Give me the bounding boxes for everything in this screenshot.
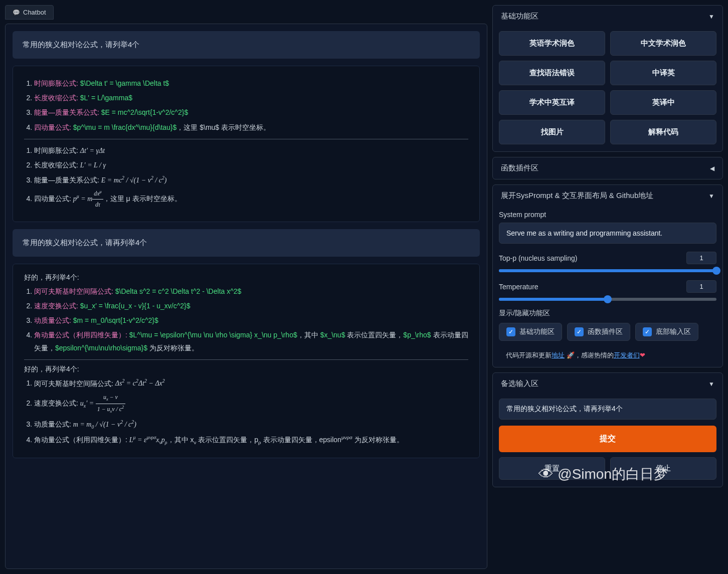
rocket-icon: 🚀 [567, 351, 575, 359]
chat-icon: 💬 [13, 9, 20, 16]
fn-find-image-button[interactable]: 找图片 [499, 120, 605, 144]
temperature-label: Temperature [499, 283, 680, 291]
fn-en2zh-button[interactable]: 英译中 [610, 90, 716, 115]
system-prompt-label: System prompt [499, 211, 716, 219]
message-user: 常用的狭义相对论公式，请列举4个 [13, 31, 480, 59]
checkbox-plugin-area[interactable]: ✓ 函数插件区 [567, 323, 630, 341]
heart-icon: ❤ [640, 351, 645, 359]
formula-list-rendered: 闵可夫斯基时空间隔公式: Δs2 = c2Δt2 − Δx2 速度变换公式: u… [34, 377, 468, 447]
side-panel: 基础功能区 ▼ 英语学术润色 中文学术润色 查找语法错误 中译英 学术中英互译 … [492, 5, 723, 569]
alt-input-field[interactable] [499, 399, 716, 420]
checkbox-label: 函数插件区 [588, 327, 623, 336]
tab-label: Chatbot [23, 9, 46, 16]
toggle-area-label: 显示/隐藏功能区 [499, 309, 716, 318]
stop-button[interactable]: 停止 [610, 457, 716, 480]
chat-panel: 💬 Chatbot 常用的狭义相对论公式，请列举4个 时间膨胀公式: $\Del… [5, 5, 487, 569]
submit-button[interactable]: 提交 [499, 426, 716, 452]
formula-list-raw: 闵可夫斯基时空间隔公式: $\Delta s^2 = c^2 \Delta t^… [34, 285, 468, 354]
divider [24, 139, 468, 139]
fn-bitranslate-button[interactable]: 学术中英互译 [499, 90, 605, 115]
chevron-down-icon: ▼ [708, 193, 714, 200]
section-basic-header[interactable]: 基础功能区 ▼ [493, 6, 722, 27]
chevron-left-icon: ◀ [710, 165, 714, 172]
checkbox-label: 基础功能区 [519, 327, 555, 336]
basic-button-grid: 英语学术润色 中文学术润色 查找语法错误 中译英 学术中英互译 英译中 找图片 … [499, 31, 716, 144]
section-alt-input: 备选输入区 ▼ 提交 重置 停止 [492, 372, 723, 487]
section-title: 展开SysPrompt & 交互界面布局 & Github地址 [501, 191, 653, 201]
message-bot: 时间膨胀公式: $\Delta t' = \gamma \Delta t$ 长度… [13, 66, 480, 222]
formula-list-raw: 时间膨胀公式: $\Delta t' = \gamma \Delta t$ 长度… [34, 77, 468, 134]
checkbox-label: 底部输入区 [656, 327, 691, 336]
checkbox-bottom-input[interactable]: ✓ 底部输入区 [635, 323, 698, 341]
chevron-down-icon: ▼ [708, 380, 714, 388]
section-sysprompt-header[interactable]: 展开SysPrompt & 交互界面布局 & Github地址 ▼ [493, 185, 722, 207]
devs-link[interactable]: 开发者们 [614, 351, 640, 359]
section-title: 基础功能区 [501, 12, 538, 21]
bot-lead: 好的，再列举4个: [24, 273, 468, 282]
message-bot: 好的，再列举4个: 闵可夫斯基时空间隔公式: $\Delta s^2 = c^2… [13, 264, 480, 459]
check-icon: ✓ [506, 327, 515, 336]
chat-area: 常用的狭义相对论公式，请列举4个 时间膨胀公式: $\Delta t' = \g… [5, 24, 487, 569]
section-title: 函数插件区 [501, 163, 538, 173]
fn-explain-code-button[interactable]: 解释代码 [610, 120, 716, 144]
section-plugin-header[interactable]: 函数插件区 ◀ [493, 157, 722, 179]
check-icon: ✓ [575, 327, 584, 336]
check-icon: ✓ [643, 327, 652, 336]
divider [24, 359, 468, 360]
checkbox-basic-area[interactable]: ✓ 基础功能区 [499, 323, 562, 341]
message-user: 常用的狭义相对论公式，请再列举4个 [13, 229, 480, 257]
reset-button[interactable]: 重置 [499, 457, 605, 480]
temperature-slider[interactable] [499, 298, 716, 301]
chevron-down-icon: ▼ [708, 13, 714, 20]
topp-value[interactable]: 1 [686, 252, 716, 264]
section-plugin: 函数插件区 ◀ [492, 157, 723, 179]
fn-zh-polish-button[interactable]: 中文学术润色 [610, 31, 716, 56]
tab-row: 💬 Chatbot [5, 5, 487, 20]
section-title: 备选输入区 [501, 379, 538, 389]
fn-zh2en-button[interactable]: 中译英 [610, 61, 716, 85]
fn-en-polish-button[interactable]: 英语学术润色 [499, 31, 605, 56]
repo-link[interactable]: 地址 [552, 351, 565, 359]
footer-text: 代码开源和更新地址 🚀，感谢热情的开发者们❤ [499, 349, 716, 360]
tab-chatbot[interactable]: 💬 Chatbot [5, 5, 54, 20]
section-sysprompt: 展开SysPrompt & 交互界面布局 & Github地址 ▼ System… [492, 184, 723, 367]
fn-grammar-button[interactable]: 查找语法错误 [499, 61, 605, 85]
section-alt-input-header[interactable]: 备选输入区 ▼ [493, 373, 722, 395]
section-basic: 基础功能区 ▼ 英语学术润色 中文学术润色 查找语法错误 中译英 学术中英互译 … [492, 5, 723, 152]
system-prompt-input[interactable] [499, 223, 716, 244]
temperature-value[interactable]: 1 [686, 280, 716, 293]
formula-list-rendered: 时间膨胀公式: Δt′ = γΔt 长度收缩公式: L′ = L / γ 能量—… [34, 144, 468, 211]
topp-label: Top-p (nucleus sampling) [499, 254, 680, 262]
bot-lead: 好的，再列举4个: [24, 365, 468, 374]
topp-slider[interactable] [499, 269, 716, 272]
